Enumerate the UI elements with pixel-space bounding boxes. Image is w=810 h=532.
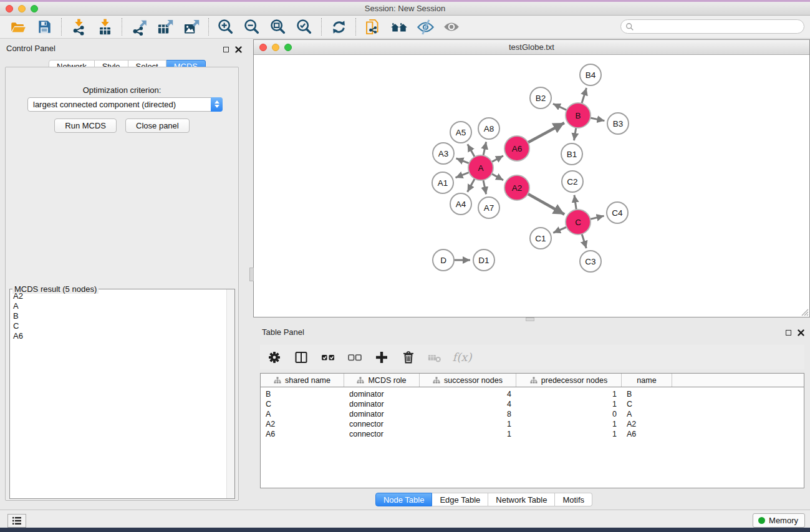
zoom-out-button[interactable] bbox=[243, 17, 261, 36]
table-row[interactable]: A2connector11A2 bbox=[261, 419, 804, 429]
node-A4[interactable]: A4 bbox=[450, 193, 471, 215]
hide-eye-button[interactable] bbox=[416, 17, 435, 36]
table-row[interactable]: Adominator80A bbox=[261, 409, 804, 419]
table-cell: 4 bbox=[420, 400, 516, 409]
node-D1[interactable]: D1 bbox=[473, 249, 494, 271]
node-B4[interactable]: B4 bbox=[580, 64, 601, 85]
zoom-selected-icon bbox=[296, 18, 313, 36]
export-network-button[interactable] bbox=[130, 17, 148, 36]
table-panel-float-button[interactable] bbox=[784, 328, 793, 337]
zoom-in-button[interactable] bbox=[216, 17, 235, 36]
toolbar-separator bbox=[355, 18, 356, 36]
table-cell: 1 bbox=[420, 430, 516, 438]
save-session-button[interactable] bbox=[35, 17, 54, 36]
zoom-fit-icon bbox=[269, 18, 287, 36]
zoom-fit-button[interactable] bbox=[269, 17, 287, 36]
delete-table-icon bbox=[427, 350, 443, 365]
export-table-button[interactable] bbox=[156, 17, 175, 36]
select-all-button[interactable] bbox=[320, 349, 336, 365]
node-A7[interactable]: A7 bbox=[478, 197, 499, 218]
delete-column-button[interactable] bbox=[400, 349, 417, 365]
search-input[interactable] bbox=[634, 20, 804, 33]
node-A8[interactable]: A8 bbox=[478, 118, 499, 139]
table-cell: connector bbox=[344, 430, 420, 438]
node-A5[interactable]: A5 bbox=[450, 122, 471, 143]
add-column-button[interactable] bbox=[374, 349, 390, 365]
function-builder-button[interactable]: f(x) bbox=[454, 349, 470, 365]
table-cell: A6 bbox=[622, 430, 672, 438]
svg-text:A8: A8 bbox=[484, 124, 494, 133]
node-B[interactable]: B bbox=[566, 103, 591, 128]
window-resize-grip[interactable] bbox=[800, 307, 809, 316]
column-header-name[interactable]: name bbox=[622, 374, 672, 387]
optimization-criterion-select[interactable]: largest connected component (directed) bbox=[27, 97, 223, 112]
svg-text:C1: C1 bbox=[535, 234, 546, 243]
toolbar-separator bbox=[208, 18, 209, 36]
column-header-label: successor nodes bbox=[444, 376, 503, 385]
node-C1[interactable]: C1 bbox=[530, 228, 551, 249]
show-eye-button[interactable] bbox=[442, 17, 461, 36]
svg-text:D: D bbox=[440, 256, 446, 265]
node-A3[interactable]: A3 bbox=[433, 143, 454, 164]
open-file-button[interactable] bbox=[9, 17, 27, 36]
node-A[interactable]: A bbox=[468, 155, 493, 180]
node-C4[interactable]: C4 bbox=[607, 202, 628, 223]
toolbar-separator bbox=[122, 18, 122, 36]
export-image-button[interactable] bbox=[182, 17, 201, 36]
toolbar-separator bbox=[321, 18, 322, 36]
result-scrollbar[interactable] bbox=[226, 289, 234, 498]
search-field[interactable] bbox=[620, 19, 804, 34]
node-B3[interactable]: B3 bbox=[607, 113, 629, 134]
node-C3[interactable]: C3 bbox=[580, 251, 601, 272]
node-A2[interactable]: A2 bbox=[504, 175, 529, 200]
network-window-title: testGlobe.txt bbox=[254, 42, 809, 52]
column-header-shared-name[interactable]: shared name bbox=[261, 374, 344, 387]
node-D[interactable]: D bbox=[433, 249, 454, 271]
panel-splitter-grip[interactable] bbox=[249, 268, 254, 281]
node-C[interactable]: C bbox=[566, 210, 591, 235]
run-mcds-button[interactable]: Run MCDS bbox=[54, 118, 117, 133]
column-header-predecessor-nodes[interactable]: predecessor nodes bbox=[516, 374, 622, 387]
table-panel-close-button[interactable] bbox=[796, 328, 805, 337]
network-canvas[interactable]: B4B2BB3A5A8A6A3AB1A1A2C2A4A7C4C1CC3DD1 bbox=[254, 55, 809, 317]
table-header-row: shared nameMCDS rolesuccessor nodesprede… bbox=[261, 374, 804, 387]
close-panel-button[interactable]: Close panel bbox=[125, 118, 190, 133]
show-columns-button[interactable] bbox=[293, 349, 309, 365]
table-row[interactable]: Bdominator41B bbox=[261, 389, 804, 399]
column-type-icon bbox=[530, 377, 538, 384]
task-history-button[interactable] bbox=[7, 514, 26, 528]
node-B1[interactable]: B1 bbox=[561, 143, 582, 165]
import-network-button[interactable] bbox=[69, 17, 88, 36]
tab-node-table[interactable]: Node Table bbox=[375, 493, 433, 506]
control-panel-float-button[interactable] bbox=[221, 45, 230, 54]
memory-label: Memory bbox=[769, 516, 798, 525]
column-header-MCDS-role[interactable]: MCDS role bbox=[344, 374, 420, 387]
delete-table-button[interactable] bbox=[427, 349, 443, 365]
node-A6[interactable]: A6 bbox=[504, 136, 529, 161]
node-C2[interactable]: C2 bbox=[562, 171, 583, 192]
optimization-criterion-value: largest connected component (directed) bbox=[28, 100, 211, 109]
network-file-button[interactable] bbox=[364, 17, 382, 36]
deselect-all-button[interactable] bbox=[347, 349, 363, 365]
tab-motifs[interactable]: Motifs bbox=[555, 493, 592, 506]
mcds-result-item: A2 bbox=[10, 291, 226, 301]
column-header-successor-nodes[interactable]: successor nodes bbox=[420, 374, 516, 387]
table-cell: B bbox=[622, 390, 672, 399]
node-A1[interactable]: A1 bbox=[432, 172, 453, 193]
table-row[interactable]: Cdominator41C bbox=[261, 399, 804, 409]
table-cell: dominator bbox=[344, 390, 420, 399]
tab-edge-table[interactable]: Edge Table bbox=[432, 493, 488, 506]
table-row[interactable]: A6connector11A6 bbox=[261, 429, 804, 439]
memory-button[interactable]: Memory bbox=[753, 513, 805, 528]
zoom-selected-button[interactable] bbox=[295, 17, 314, 36]
houses-button[interactable] bbox=[390, 17, 408, 36]
horizontal-splitter-grip[interactable] bbox=[526, 317, 534, 321]
table-settings-button[interactable] bbox=[266, 349, 282, 365]
node-B2[interactable]: B2 bbox=[530, 87, 551, 109]
tab-network-table[interactable]: Network Table bbox=[488, 493, 555, 506]
export-image-icon bbox=[183, 18, 200, 36]
control-panel-close-button[interactable] bbox=[234, 45, 243, 54]
import-network-icon bbox=[70, 19, 87, 36]
import-table-button[interactable] bbox=[95, 17, 114, 36]
refresh-button[interactable] bbox=[329, 17, 348, 36]
